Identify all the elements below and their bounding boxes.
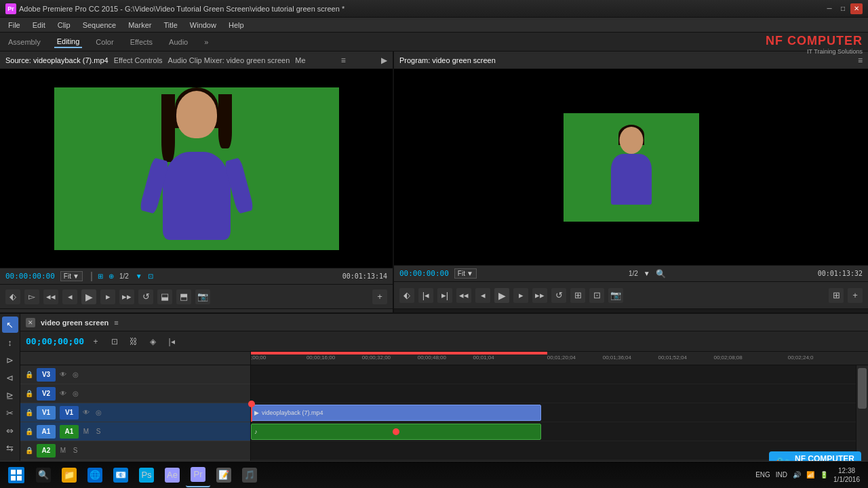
menu-item-file[interactable]: File — [3, 20, 26, 30]
tool-rate[interactable]: ⊵ — [2, 387, 18, 403]
source-fit-dropdown[interactable]: Fit ▼ — [60, 271, 83, 281]
source-step-back-btn[interactable]: ◂◂ — [43, 289, 58, 304]
tool-select[interactable]: ↖ — [2, 317, 18, 333]
taskbar-explorer[interactable]: 📁 — [57, 463, 81, 487]
tl-in-btn[interactable]: |◂ — [164, 334, 179, 349]
tool-ripple[interactable]: ⊳ — [2, 352, 18, 368]
prog-play-btn[interactable]: ▶ — [494, 288, 509, 303]
prog-safe-btn[interactable]: ⊞ — [570, 288, 585, 303]
track-v1-sync[interactable]: ◎ — [94, 408, 103, 418]
track-a1-mute[interactable]: M — [81, 427, 91, 436]
track-v2-sync[interactable]: ◎ — [71, 389, 80, 399]
tray-volume[interactable]: 🔊 — [793, 471, 801, 479]
menu-item-window[interactable]: Window — [184, 20, 222, 30]
track-v2-eye[interactable]: 👁 — [58, 389, 68, 399]
source-fwd-btn[interactable]: ▸ — [100, 289, 115, 304]
program-timecode[interactable]: 00:00:00:00 — [399, 269, 449, 278]
prog-fullscreen-btn[interactable]: ⊡ — [589, 288, 604, 303]
program-panel-menu-icon[interactable]: ≡ — [858, 56, 863, 65]
ws-tab-assembly[interactable]: Assembly — [5, 37, 43, 47]
prog-goto-out-btn[interactable]: ▸| — [437, 288, 452, 303]
track-v2-lock[interactable]: 🔒 — [24, 389, 34, 399]
program-fit-dropdown[interactable]: Fit ▼ — [454, 268, 477, 279]
source-step-fwd-btn[interactable]: ▸▸ — [119, 289, 134, 304]
prog-step-back-btn[interactable]: ◂◂ — [456, 288, 471, 303]
maximize-button[interactable]: □ — [837, 3, 849, 14]
track-v3-eye[interactable]: 👁 — [58, 370, 68, 380]
timeline-menu-icon[interactable]: ≡ — [114, 319, 118, 327]
timeline-close-btn[interactable]: ✕ — [26, 318, 35, 327]
source-tab-me[interactable]: Me — [295, 56, 305, 64]
track-v1-eye[interactable]: 👁 — [81, 408, 91, 418]
prog-fwd-btn[interactable]: ▸ — [513, 288, 528, 303]
track-v3-lock[interactable]: 🔒 — [24, 370, 34, 380]
tool-roll[interactable]: ⊲ — [2, 369, 18, 386]
ws-tab-color[interactable]: Color — [93, 37, 116, 47]
taskbar-ae[interactable]: Ae — [160, 463, 184, 487]
tool-track-select[interactable]: ↕ — [2, 334, 18, 350]
menu-item-edit[interactable]: Edit — [27, 20, 51, 30]
source-mark-in-btn[interactable]: ⬖ — [5, 289, 20, 304]
track-v3-sync[interactable]: ◎ — [71, 370, 80, 380]
prog-add-btn[interactable]: + — [848, 288, 863, 303]
source-mark-out-btn[interactable]: ▻ — [24, 289, 39, 304]
menu-item-sequence[interactable]: Sequence — [77, 20, 122, 30]
taskbar-search[interactable]: 🔍 — [31, 463, 56, 487]
ws-tab-effects[interactable]: Effects — [127, 37, 155, 47]
source-play-btn[interactable]: ▶ — [81, 289, 96, 304]
tray-battery[interactable]: 🔋 — [820, 471, 828, 479]
taskbar-edge[interactable]: 🌐 — [83, 463, 107, 487]
prog-back-btn[interactable]: ◂ — [475, 288, 490, 303]
tool-slide[interactable]: ⇆ — [2, 440, 18, 456]
taskbar-photoshop[interactable]: Ps — [134, 463, 159, 487]
program-fraction-dropdown[interactable]: ▼ — [644, 270, 650, 277]
timeline-timecode[interactable]: 00;00;00;00 — [26, 336, 84, 346]
source-tab-effects[interactable]: Effect Controls — [114, 56, 163, 64]
a1-clip[interactable]: ♪ — [251, 424, 541, 440]
v1-clip[interactable]: ▶ videoplayback (7).mp4 — [251, 405, 541, 421]
taskbar-notes[interactable]: 📝 — [212, 463, 236, 487]
ws-tab-editing[interactable]: Editing — [54, 36, 83, 48]
close-button[interactable]: ✕ — [850, 3, 863, 14]
prog-camera-btn[interactable]: 📷 — [608, 288, 623, 303]
vscroll-thumb[interactable] — [858, 368, 867, 409]
program-monitor-tab[interactable]: Program: video green screen — [399, 56, 496, 64]
source-panel-menu-icon[interactable]: ≡ — [341, 56, 346, 65]
ws-tab-audio[interactable]: Audio — [166, 37, 191, 47]
menu-item-help[interactable]: Help — [223, 20, 250, 30]
taskbar-premiere[interactable]: Pr — [186, 463, 210, 487]
track-a2-lock[interactable]: 🔒 — [24, 446, 34, 455]
prog-step-fwd-btn[interactable]: ▸▸ — [532, 288, 547, 303]
track-a2-solo[interactable]: S — [71, 446, 80, 455]
tool-razor[interactable]: ✂ — [2, 405, 18, 421]
tl-mark-btn[interactable]: ◈ — [145, 334, 160, 349]
taskbar-media[interactable]: 🎵 — [237, 463, 262, 487]
source-add-btn[interactable]: + — [372, 289, 387, 304]
source-timecode[interactable]: 00:00:00:00 — [5, 272, 55, 281]
source-panel-expand-icon[interactable]: ▶ — [381, 56, 387, 65]
taskbar-outlook[interactable]: 📧 — [108, 463, 133, 487]
prog-loop-btn[interactable]: ↺ — [551, 288, 566, 303]
menu-item-title[interactable]: Title — [158, 20, 182, 30]
tool-slip[interactable]: ⇔ — [2, 422, 18, 439]
tl-snap-btn[interactable]: ⊡ — [107, 334, 122, 349]
timeline-ruler[interactable]: ;00;00 00;00;16;00 00;00;32;00 00;00;48;… — [20, 352, 868, 365]
source-tab-mixer[interactable]: Audio Clip Mixer: video green screen — [168, 56, 290, 64]
start-button[interactable] — [3, 463, 30, 487]
source-loop-btn[interactable]: ↺ — [138, 289, 153, 304]
source-camera-btn[interactable]: 📷 — [195, 289, 210, 304]
minimize-button[interactable]: ─ — [823, 3, 835, 14]
prog-mark-in-btn[interactable]: ⬖ — [399, 288, 414, 303]
track-v1-lock[interactable]: 🔒 — [24, 408, 34, 418]
prog-expand-btn[interactable]: ⊞ — [829, 288, 844, 303]
source-overwrite-btn[interactable]: ⬒ — [176, 289, 191, 304]
menu-item-marker[interactable]: Marker — [123, 20, 157, 30]
menu-item-clip[interactable]: Clip — [52, 20, 76, 30]
source-tab-source[interactable]: Source: videoplayback (7).mp4 — [5, 56, 108, 64]
tl-link-btn[interactable]: ⛓ — [126, 334, 141, 349]
source-insert-btn[interactable]: ⬓ — [157, 289, 172, 304]
source-back-btn[interactable]: ◂ — [62, 289, 77, 304]
prog-goto-in-btn[interactable]: |◂ — [418, 288, 433, 303]
source-fraction-dropdown[interactable]: ▼ — [136, 272, 142, 280]
track-a1-solo[interactable]: S — [94, 427, 103, 436]
